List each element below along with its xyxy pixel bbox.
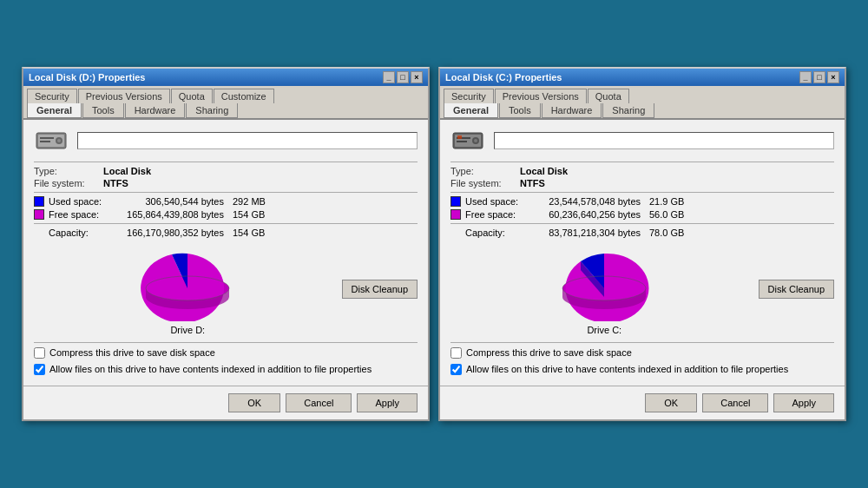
svg-rect-5 xyxy=(40,141,50,142)
compress-checkbox-d[interactable] xyxy=(34,347,45,359)
tab-prev-versions-c[interactable]: Previous Versions xyxy=(495,89,587,103)
tab-hardware-c[interactable]: Hardware xyxy=(542,103,602,118)
cap-bytes-d: 166,170,980,352 bytes xyxy=(111,228,233,238)
maximize-btn-d[interactable]: □ xyxy=(397,71,409,83)
drive-svg-c xyxy=(451,128,484,154)
minimize-btn-c[interactable]: _ xyxy=(799,71,812,83)
tab-tools-c[interactable]: Tools xyxy=(499,103,541,118)
drive-svg-d xyxy=(35,128,68,154)
separator3-d xyxy=(34,223,418,224)
cancel-btn-d[interactable]: Cancel xyxy=(286,393,352,412)
disk-cleanup-btn-c[interactable]: Disk Cleanup xyxy=(759,280,834,299)
index-checkbox-d[interactable] xyxy=(34,364,45,375)
free-color-c xyxy=(450,209,461,220)
compress-row-c: Compress this drive to save disk space xyxy=(450,346,834,359)
compress-checkbox-c[interactable] xyxy=(450,347,462,359)
separator2-d xyxy=(34,192,418,193)
used-label-c: Used space: xyxy=(465,196,528,207)
title-text-c: Local Disk (C:) Properties xyxy=(445,72,562,82)
pie-container-c: Drive C: xyxy=(450,243,759,335)
free-human-d: 154 GB xyxy=(233,209,265,220)
close-btn-c[interactable]: × xyxy=(827,71,839,83)
svg-point-11 xyxy=(474,139,477,142)
header-c xyxy=(450,127,834,155)
free-row-d: Free space: 165,864,439,808 bytes 154 GB xyxy=(34,209,418,220)
separator4-c xyxy=(450,342,834,343)
cap-label-c: Capacity: xyxy=(465,228,528,238)
tab-customize-d[interactable]: Customize xyxy=(214,89,274,103)
pie-chart-d xyxy=(131,243,244,321)
cap-bytes-c: 83,781,218,304 bytes xyxy=(528,228,649,238)
compress-label-d: Compress this drive to save disk space xyxy=(49,346,215,359)
tab-quota-c[interactable]: Quota xyxy=(588,89,629,103)
tab-sharing-d[interactable]: Sharing xyxy=(186,103,238,118)
cancel-btn-c[interactable]: Cancel xyxy=(702,393,768,412)
tab-hardware-d[interactable]: Hardware xyxy=(125,103,186,118)
disk-cleanup-btn-d[interactable]: Disk Cleanup xyxy=(342,280,418,299)
close-btn-d[interactable]: × xyxy=(411,71,423,83)
free-row-c: Free space: 60,236,640,256 bytes 56.0 GB xyxy=(450,209,834,220)
bottom-buttons-d: OK Cancel Apply xyxy=(23,386,428,419)
type-label-c: Type: xyxy=(450,166,520,176)
apply-btn-c[interactable]: Apply xyxy=(773,393,834,412)
tab-general-c[interactable]: General xyxy=(444,103,498,118)
compress-label-c: Compress this drive to save disk space xyxy=(466,346,632,359)
svg-point-3 xyxy=(57,139,61,142)
cap-human-d: 154 GB xyxy=(233,228,265,238)
free-label-c: Free space: xyxy=(465,209,528,220)
drive-label-d: Drive D: xyxy=(170,325,205,335)
title-bar-c: Local Disk (C:) Properties _ □ × xyxy=(440,69,845,86)
drive-c-dialog: Local Disk (C:) Properties _ □ × Securit… xyxy=(438,67,846,421)
separator1-d xyxy=(34,162,418,162)
used-color-c xyxy=(450,196,461,207)
drive-name-input-d[interactable] xyxy=(77,132,418,149)
free-color-d xyxy=(34,209,44,220)
index-row-d: Allow files on this drive to have conten… xyxy=(34,363,418,375)
tab-row1-c: Security Previous Versions Quota xyxy=(440,86,845,103)
tab-row2-d: General Tools Hardware Sharing xyxy=(23,103,428,120)
drive-name-input-c[interactable] xyxy=(494,132,834,149)
ok-btn-c[interactable]: OK xyxy=(645,393,697,412)
tab-quota-d[interactable]: Quota xyxy=(171,89,213,103)
maximize-btn-c[interactable]: □ xyxy=(813,71,825,83)
bottom-buttons-c: OK Cancel Apply xyxy=(440,386,845,419)
tab-prev-versions-d[interactable]: Previous Versions xyxy=(78,89,170,103)
header-d xyxy=(34,127,418,155)
used-bytes-c: 23,544,578,048 bytes xyxy=(528,196,649,207)
tab-security-d[interactable]: Security xyxy=(27,89,77,103)
drive-label-c: Drive C: xyxy=(587,325,621,335)
type-value-c: Local Disk xyxy=(520,166,568,176)
content-c: Type: Local Disk File system: NTFS Used … xyxy=(440,120,845,386)
index-checkbox-c[interactable] xyxy=(450,364,462,375)
capacity-row-c: Capacity: 83,781,218,304 bytes 78.0 GB xyxy=(450,228,834,238)
tab-general-d[interactable]: General xyxy=(27,103,82,118)
index-row-c: Allow files on this drive to have conten… xyxy=(450,363,834,375)
used-human-d: 292 MB xyxy=(233,196,266,207)
fs-row-c: File system: NTFS xyxy=(450,178,834,188)
type-label-d: Type: xyxy=(34,166,103,176)
tabs-area-c: Security Previous Versions Quota General… xyxy=(440,86,845,120)
free-bytes-c: 60,236,640,256 bytes xyxy=(528,209,649,220)
content-d: Type: Local Disk File system: NTFS Used … xyxy=(23,120,428,386)
title-text-d: Local Disk (D:) Properties xyxy=(29,72,145,82)
used-label-d: Used space: xyxy=(49,196,111,207)
fs-value-c: NTFS xyxy=(520,178,545,188)
type-row-d: Type: Local Disk xyxy=(34,166,418,176)
svg-rect-14 xyxy=(457,135,462,139)
type-value-d: Local Disk xyxy=(103,166,151,176)
tab-row1-d: Security Previous Versions Quota Customi… xyxy=(23,86,428,103)
cap-label-d: Capacity: xyxy=(49,228,111,238)
used-row-d: Used space: 306,540,544 bytes 292 MB xyxy=(34,196,418,207)
separator1-c xyxy=(450,162,834,162)
tab-sharing-c[interactable]: Sharing xyxy=(602,103,654,118)
minimize-btn-d[interactable]: _ xyxy=(383,71,395,83)
tab-tools-d[interactable]: Tools xyxy=(82,103,124,118)
drive-icon-c xyxy=(450,127,485,155)
pie-container-d: Drive D: xyxy=(34,243,342,335)
svg-rect-13 xyxy=(457,141,467,142)
tab-security-c[interactable]: Security xyxy=(444,89,494,103)
title-bar-d: Local Disk (D:) Properties _ □ × xyxy=(23,69,428,86)
apply-btn-d[interactable]: Apply xyxy=(357,393,418,412)
ok-btn-d[interactable]: OK xyxy=(228,393,280,412)
title-buttons-c: _ □ × xyxy=(799,71,839,83)
